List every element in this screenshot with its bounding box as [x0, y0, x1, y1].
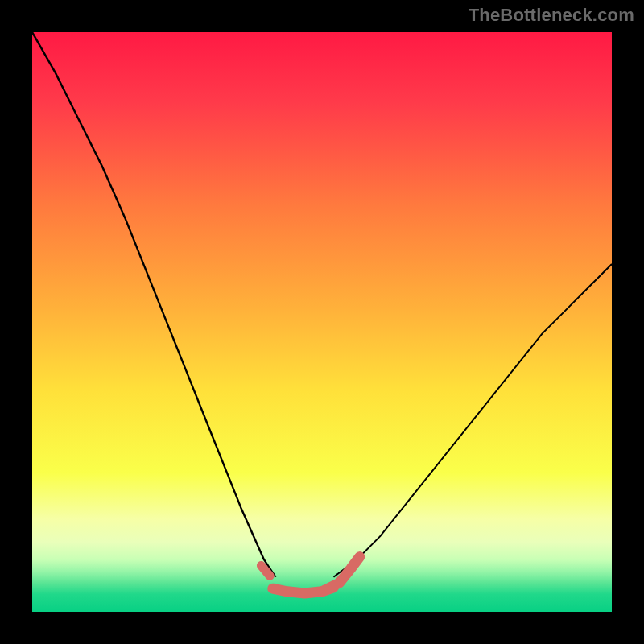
series-bottleneck-right [333, 264, 612, 577]
series-bottleneck-left [32, 32, 275, 577]
curve-layer [32, 32, 612, 612]
watermark: TheBottleneck.com [469, 5, 634, 26]
plot-area [32, 32, 612, 612]
chart-frame: TheBottleneck.com [0, 0, 644, 644]
series-marker-right-up [322, 557, 360, 592]
